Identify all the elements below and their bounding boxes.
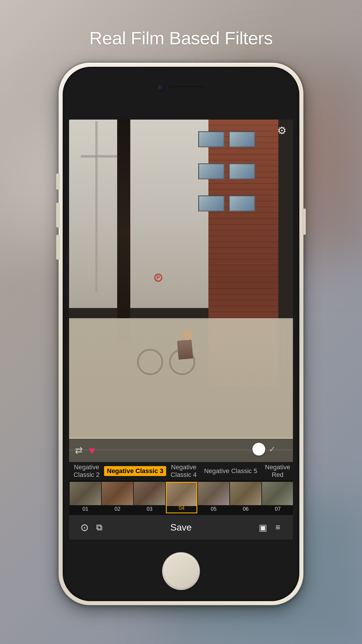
cyclist-body [177,339,193,359]
volume-up-button [56,203,60,228]
window-6 [198,195,224,211]
shuffle-button[interactable]: ⇄ [75,445,83,456]
thumb-img-03 [134,482,165,505]
thumb-num-04: 04 [167,505,196,511]
bottom-toolbar: ⊙ ⧉ Save ▣ ≡ [69,515,293,540]
phone-screen: P ⚙ ⇄ ♥ [69,120,293,540]
thumb-num-05: 05 [198,506,229,512]
window-5 [229,195,255,211]
filter-thumb-06[interactable]: 06 [230,482,261,513]
volume-down-button [56,235,60,260]
thumb-num-01: 01 [70,506,101,512]
phone-camera [157,85,164,91]
thumb-num-02: 02 [102,506,133,512]
building-dark [117,120,130,342]
filter-thumb-02[interactable]: 02 [102,482,133,513]
settings-button[interactable]: ⚙ [275,124,288,137]
filter-thumb-05[interactable]: 05 [198,482,229,513]
confirm-icon[interactable]: ✓ [269,444,275,454]
page-title: Real Film Based Filters [0,28,362,48]
thumb-img-04 [167,483,196,506]
thumb-img-01 [70,482,101,505]
phone-device: P ⚙ ⇄ ♥ [59,63,303,605]
bike-wheel-front [137,349,163,375]
adjust-button[interactable]: ≡ [270,523,285,532]
photo-area[interactable]: P ⚙ ⇄ ♥ [69,120,293,462]
filter-neg5[interactable]: Negative Classic 5 [201,466,260,476]
folder-button[interactable]: ⧉ [92,522,106,533]
thumb-num-07: 07 [262,506,293,512]
phone-shell: P ⚙ ⇄ ♥ [59,63,303,605]
window-3 [229,163,255,179]
mute-button [56,174,60,190]
slider-container: ✓ [252,443,275,456]
favorite-button[interactable]: ♥ [89,444,95,457]
window-4 [198,163,224,179]
thumb-img-05 [198,482,229,505]
screen-content: P ⚙ ⇄ ♥ [69,120,293,540]
power-button [302,209,306,235]
photo-controls-bar: ⇄ ♥ ✓ [69,439,293,462]
thumb-num-03: 03 [134,506,165,512]
filter-name-bar: Negative Classic 2 Negative Classic 3 Ne… [69,462,293,480]
window-1 [229,131,255,147]
filter-thumb-07[interactable]: 07 [262,482,293,513]
filter-neg2[interactable]: Negative Classic 2 [69,462,104,480]
film-button[interactable]: ▣ [256,522,270,533]
crane [81,121,110,292]
thumb-num-06: 06 [230,506,261,512]
save-button[interactable]: Save [106,522,256,533]
home-button[interactable] [162,552,200,590]
slider-knob[interactable] [252,443,265,456]
phone-speaker [170,86,205,90]
filter-negred[interactable]: Negative Red [260,462,293,480]
phone-top-bar [143,78,219,98]
crane-vertical [95,121,98,292]
window-2 [198,131,224,147]
filter-thumbnails: 01 02 03 04 [69,480,293,515]
filter-thumb-04[interactable]: 04 [166,482,197,513]
filter-thumb-01[interactable]: 01 [70,482,101,513]
camera-button[interactable]: ⊙ [77,522,92,533]
no-parking-sign: P [154,274,162,282]
thumb-img-02 [102,482,133,505]
cyclist-head [182,330,192,340]
filter-neg3[interactable]: Negative Classic 3 [104,466,166,476]
crane-horizontal [81,155,119,158]
filter-thumb-03[interactable]: 03 [134,482,165,513]
thumb-img-07 [262,482,293,505]
thumb-img-06 [230,482,261,505]
filter-neg4[interactable]: Negative Classic 4 [166,462,201,480]
